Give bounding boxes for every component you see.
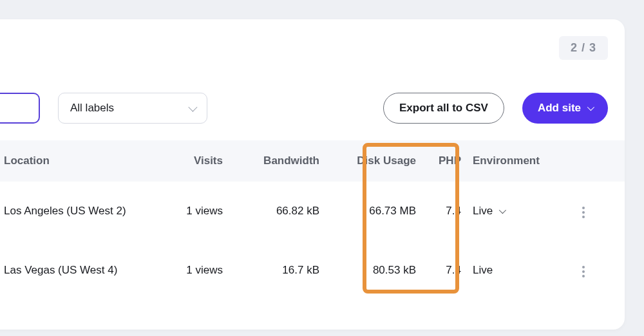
add-site-label: Add site	[538, 102, 581, 115]
cell-php: 7.4	[422, 264, 461, 277]
dot-icon	[582, 211, 585, 214]
col-header-environment[interactable]: Environment	[468, 154, 564, 167]
search-input-fragment[interactable]	[0, 93, 40, 124]
table-row[interactable]: Las Vegas (US West 4) 1 views 16.7 kB 80…	[0, 241, 625, 300]
dot-icon	[582, 266, 585, 268]
dot-icon	[582, 270, 585, 273]
cell-visits: 1 views	[152, 205, 223, 218]
cell-environment-label: Live	[473, 264, 493, 277]
dot-icon	[582, 216, 585, 218]
cell-php: 7.4	[422, 205, 461, 218]
cell-environment[interactable]: Live	[468, 205, 564, 218]
more-actions-button[interactable]	[578, 262, 589, 281]
cell-location: Los Angeles (US West 2)	[4, 205, 146, 218]
cell-environment-label: Live	[473, 205, 493, 218]
table-row[interactable]: Los Angeles (US West 2) 1 views 66.82 kB…	[0, 182, 625, 241]
cell-disk: 66.73 MB	[326, 205, 416, 218]
export-csv-button[interactable]: Export all to CSV	[383, 93, 504, 124]
col-header-disk[interactable]: Disk Usage	[326, 154, 416, 167]
col-header-php[interactable]: PHP	[422, 154, 461, 167]
labels-select-label: All labels	[70, 102, 114, 115]
dot-icon	[582, 275, 585, 277]
chevron-down-icon	[188, 103, 197, 112]
cell-bandwidth: 16.7 kB	[229, 264, 319, 277]
more-actions-button[interactable]	[578, 203, 589, 222]
chevron-down-icon	[587, 104, 594, 111]
col-header-location[interactable]: Location	[4, 154, 146, 167]
col-header-bandwidth[interactable]: Bandwidth	[229, 154, 319, 167]
table-header: Location Visits Bandwidth Disk Usage PHP…	[0, 140, 625, 182]
export-csv-label: Export all to CSV	[399, 102, 488, 115]
cell-bandwidth: 66.82 kB	[229, 205, 319, 218]
main-card: 2 / 3 All labels Export all to CSV Add s…	[0, 19, 625, 330]
col-header-visits[interactable]: Visits	[152, 154, 223, 167]
toolbar: All labels Export all to CSV Add site	[0, 93, 625, 124]
add-site-button[interactable]: Add site	[522, 93, 608, 124]
labels-select[interactable]: All labels	[58, 93, 207, 124]
cell-disk: 80.53 kB	[326, 264, 416, 277]
chevron-down-icon	[499, 206, 506, 213]
dot-icon	[582, 207, 585, 209]
pager-badge: 2 / 3	[559, 36, 608, 60]
table: Location Visits Bandwidth Disk Usage PHP…	[0, 140, 625, 300]
cell-environment[interactable]: Live	[468, 264, 564, 277]
cell-visits: 1 views	[152, 264, 223, 277]
cell-location: Las Vegas (US West 4)	[4, 264, 146, 277]
